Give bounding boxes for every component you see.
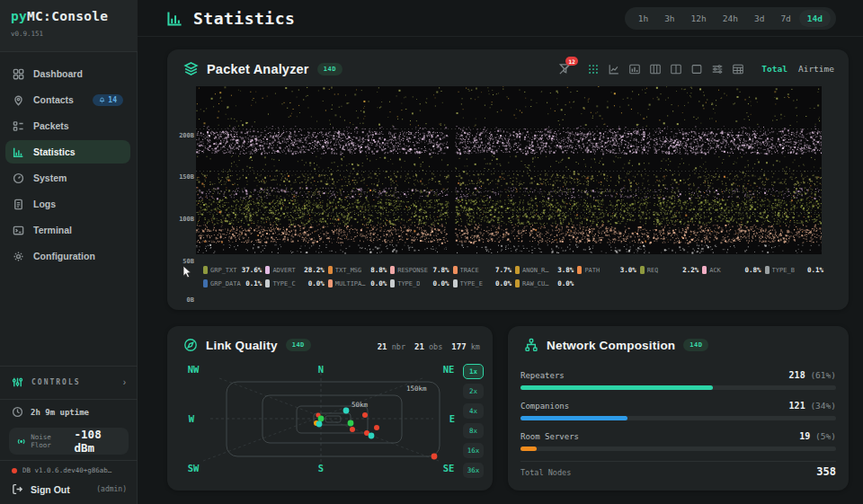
packet-type-legend: GRP_TXT 37.6% ADVERT 28.2% TXT_MSG 8.8% … <box>203 266 823 287</box>
link-quality-card: Link Quality 14D 21 nbr21 obs177 km 150k… <box>167 326 493 491</box>
time-range-option[interactable]: 14d <box>799 10 831 27</box>
repeaters-bar-track <box>520 385 836 390</box>
view-columns-button[interactable] <box>649 63 662 75</box>
view-table-button[interactable] <box>732 63 744 75</box>
repeaters-bar-fill <box>520 385 713 390</box>
table-icon <box>732 63 744 75</box>
legend-item[interactable]: ANON_R… 3.8% <box>515 266 574 274</box>
legend-item[interactable]: TYPE_E 0.0% <box>453 279 512 287</box>
room-servers-value: 19 (5%) <box>799 431 836 441</box>
room-servers-count: 19 <box>799 431 810 441</box>
link-quality-header: Link Quality 14D <box>183 338 311 352</box>
sidebar-nav: Dashboard Contacts 14 Packets Statistics… <box>0 59 138 270</box>
svg-text:150km: 150km <box>406 385 427 393</box>
window-badge: 14D <box>317 63 343 75</box>
zoom-level-button[interactable]: 4x <box>463 403 484 419</box>
zoom-level-button[interactable]: 2x <box>463 384 484 399</box>
sidebar-item-packets[interactable]: Packets <box>5 114 130 137</box>
frame-icon <box>690 63 703 75</box>
compass-label: SE <box>443 463 455 473</box>
statistics-icon <box>13 146 24 158</box>
legend-percent: 37.6% <box>242 266 262 274</box>
divider <box>520 461 836 462</box>
sidebar-item-terminal[interactable]: Terminal <box>5 218 130 242</box>
sign-out-button[interactable]: Sign Out (admin) <box>12 483 127 495</box>
zoom-level-button[interactable]: 36x <box>463 463 484 478</box>
legend-percent: 3.0% <box>620 266 636 274</box>
legend-percent: 0.1% <box>807 266 823 274</box>
sidebar-item-label: Statistics <box>33 146 76 157</box>
legend-item[interactable]: RESPONSE 7.8% <box>390 266 449 274</box>
legend-swatch <box>265 279 270 287</box>
legend-item[interactable]: GRP_DATA 0.1% <box>203 279 262 287</box>
repeaters-percent: (61%) <box>810 370 836 380</box>
clock-icon <box>12 406 23 418</box>
toggle-airtime[interactable]: Airtime <box>798 64 834 74</box>
time-range-option[interactable]: 3d <box>746 10 772 27</box>
controls-toggle[interactable]: CONTROLS › <box>0 371 138 393</box>
time-range-option[interactable]: 24h <box>715 10 746 27</box>
sidebar-item-contacts[interactable]: Contacts 14 <box>5 88 130 111</box>
legend-item[interactable]: PATH 3.0% <box>577 266 636 274</box>
time-range-option[interactable]: 3h <box>656 10 682 27</box>
sidebar-item-system[interactable]: System <box>5 166 130 190</box>
time-range-option[interactable]: 1h <box>630 10 656 27</box>
legend-percent: 0.8% <box>745 266 761 274</box>
legend-label: TYPE_B <box>772 267 795 274</box>
time-range-option[interactable]: 12h <box>683 10 715 27</box>
legend-item[interactable]: ACK 0.8% <box>702 266 761 274</box>
sidebar-item-configuration[interactable]: Configuration <box>5 244 130 268</box>
line-chart-icon <box>608 63 620 75</box>
legend-item[interactable]: ADVERT 28.2% <box>265 266 324 274</box>
legend-item[interactable]: TYPE_B 0.1% <box>765 266 823 274</box>
legend-label: GRP_TXT <box>210 267 237 274</box>
legend-swatch <box>453 279 458 287</box>
companions-value: 121 (34%) <box>789 401 836 411</box>
toggle-total[interactable]: Total <box>761 64 787 74</box>
sidebar: pyMC:Console v0.9.151 Dashboard Contacts… <box>0 0 138 504</box>
legend-item[interactable]: GRP_TXT 37.6% <box>203 266 262 274</box>
repeaters-label: Repeaters <box>520 371 565 380</box>
sign-out-label: Sign Out <box>31 484 70 495</box>
legend-swatch <box>640 266 645 274</box>
sidebar-item-label: Configuration <box>33 251 95 261</box>
network-composition-card: Network Composition 14D Repeaters 218 (6… <box>508 326 849 491</box>
legend-item[interactable]: TYPE_C 0.0% <box>265 279 324 287</box>
zoom-level-button[interactable]: 8x <box>463 423 484 438</box>
legend-label: ANON_R… <box>522 267 549 274</box>
legend-label: TYPE_E <box>460 280 483 287</box>
view-histogram-button[interactable] <box>628 63 641 75</box>
packet-spectrogram[interactable] <box>196 86 822 254</box>
zoom-level-button[interactable]: 16x <box>463 443 484 458</box>
companions-percent: (34%) <box>810 401 836 411</box>
view-dots-button[interactable] <box>587 63 600 75</box>
sidebar-item-statistics[interactable]: Statistics <box>5 140 130 164</box>
legend-swatch <box>328 279 333 287</box>
filter-off-button[interactable]: 12 <box>558 62 572 75</box>
legend-label: ADVERT <box>272 267 295 274</box>
legend-swatch <box>390 279 395 287</box>
legend-item[interactable]: REQ 2.2% <box>640 266 698 274</box>
view-split-button[interactable] <box>670 63 682 75</box>
view-frame-button[interactable] <box>690 63 703 75</box>
legend-label: RAW_CU… <box>522 280 549 287</box>
legend-percent: 7.7% <box>495 266 512 274</box>
legend-item[interactable]: TRACE 7.7% <box>453 266 512 274</box>
room-servers-percent: (5%) <box>815 431 836 441</box>
sidebar-item-label: Terminal <box>33 225 72 235</box>
sidebar-item-logs[interactable]: Logs <box>5 192 130 216</box>
sidebar-item-dashboard[interactable]: Dashboard <box>5 62 130 85</box>
legend-item[interactable]: TYPE_D 0.0% <box>390 279 449 287</box>
legend-item[interactable]: MULTIPA… 0.0% <box>328 279 387 287</box>
legend-item[interactable]: TXT_MSG 8.8% <box>328 266 387 274</box>
link-quality-radar[interactable]: 150km50km NWNNEWESWSSE <box>178 360 462 479</box>
compass-label: SW <box>188 463 200 473</box>
room-servers-label: Room Servers <box>520 432 579 441</box>
y-tick-50: 50B <box>169 258 194 265</box>
filter-sliders-button[interactable] <box>711 63 724 75</box>
zoom-level-button[interactable]: 1x <box>463 364 484 379</box>
sidebar-item-label: Logs <box>33 199 56 209</box>
view-line-chart-button[interactable] <box>608 63 620 75</box>
time-range-option[interactable]: 7d <box>772 10 798 27</box>
legend-item[interactable]: RAW_CU… 0.0% <box>515 279 574 287</box>
